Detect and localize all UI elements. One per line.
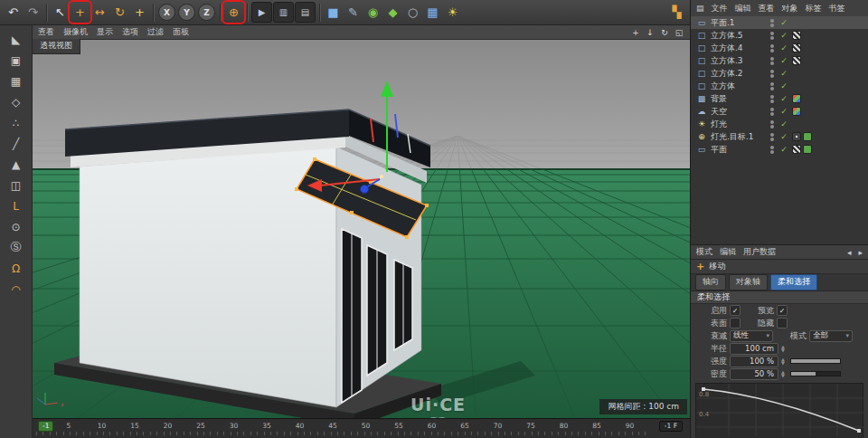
surface-checkbox[interactable] (730, 318, 741, 328)
radius-input[interactable]: 100 cm (730, 343, 778, 355)
object-row[interactable]: ☀灯光✓ (691, 118, 868, 130)
coordinate-system-icon[interactable]: ⊕ (224, 3, 243, 22)
scale-tool-icon[interactable]: ↔ (90, 3, 109, 22)
enabled-check-icon[interactable]: ✓ (779, 81, 788, 90)
workplane-icon[interactable]: L (5, 196, 27, 215)
light-icon[interactable]: ☀ (443, 3, 462, 22)
density-slider[interactable] (790, 371, 841, 376)
object-row[interactable]: □立方体✓ (691, 80, 868, 92)
subdivision-surface-icon[interactable]: ◉ (363, 3, 382, 22)
density-spinner[interactable]: ▲▼ (781, 370, 785, 377)
radius-spinner[interactable]: ▲▼ (781, 345, 785, 352)
am-menu-0[interactable]: 模式 (696, 246, 712, 258)
target-tag-icon[interactable] (792, 132, 801, 141)
enabled-check-icon[interactable]: ✓ (779, 94, 788, 103)
visibility-dots[interactable] (769, 44, 776, 52)
enabled-check-icon[interactable]: ✓ (779, 18, 788, 27)
render-view-icon[interactable]: ▶ (251, 2, 272, 23)
spline-pen-icon[interactable]: ✎ (344, 3, 363, 22)
om-menu-3[interactable]: 对象 (782, 3, 798, 14)
timeline-ruler[interactable]: -151015202530354045505560657075808590-1 … (33, 418, 690, 438)
visibility-dots[interactable] (769, 19, 776, 27)
render-visibility-dot[interactable] (770, 87, 774, 90)
am-menu-2[interactable]: 用户数据 (743, 246, 776, 258)
viewport[interactable]: 查看摄像机显示选项过滤面板 +↓↻◱ 透视视图 (33, 25, 690, 418)
view-pan-icon[interactable]: + (630, 28, 641, 37)
magnet-tool-icon[interactable]: Ω (5, 259, 27, 278)
editor-visibility-dot[interactable] (770, 108, 774, 111)
viewport-menu-2[interactable]: 显示 (97, 26, 113, 38)
render-picture-viewer-icon[interactable]: ▥ (273, 2, 294, 23)
model-mode-icon[interactable]: ▣ (5, 51, 27, 70)
checker-tag-icon[interactable] (792, 56, 801, 65)
polygons-mode-icon[interactable]: ▲ (5, 155, 27, 174)
visibility-dots[interactable] (769, 32, 776, 40)
current-frame-field[interactable]: -1 F (659, 421, 683, 432)
enabled-check-icon[interactable]: ✓ (779, 31, 788, 40)
object-row[interactable]: ⊕灯光.目标.1✓ (691, 130, 868, 143)
snapping-icon[interactable]: ⊙ (5, 217, 27, 236)
om-menu-1[interactable]: 编辑 (735, 3, 751, 14)
green-tag-icon[interactable] (803, 145, 812, 154)
object-row[interactable]: □立方体.4✓ (691, 42, 868, 54)
falloff-curve-graph[interactable]: 0.8 0.4 (695, 383, 863, 438)
visibility-dots[interactable] (769, 57, 776, 65)
render-visibility-dot[interactable] (770, 112, 774, 116)
attribute-tab-1[interactable]: 对象轴 (729, 274, 768, 290)
strength-slider[interactable] (790, 358, 841, 364)
editor-visibility-dot[interactable] (770, 82, 774, 86)
view-rotate-icon[interactable]: ↻ (659, 28, 670, 37)
object-row[interactable]: □立方体.3✓ (691, 54, 868, 67)
viewport-menu-3[interactable]: 选项 (122, 26, 138, 38)
am-menu-1[interactable]: 编辑 (720, 246, 736, 258)
simulate-icon[interactable]: ○ (403, 3, 422, 22)
preview-checkbox[interactable]: ✓ (777, 305, 788, 316)
visibility-dots[interactable] (769, 82, 776, 90)
viewport-canvas[interactable]: x (33, 39, 690, 418)
view-zoom-icon[interactable]: ↓ (645, 28, 656, 37)
object-row[interactable]: ☁天空✓ (691, 105, 868, 118)
om-menu-2[interactable]: 查看 (759, 3, 775, 14)
object-row[interactable]: ▩背景✓ (691, 92, 868, 105)
editor-visibility-dot[interactable] (770, 57, 774, 61)
panel-icon[interactable]: ▤ (696, 4, 704, 13)
checker-tag-icon[interactable] (792, 43, 801, 52)
hide-checkbox[interactable] (777, 318, 788, 328)
last-used-tool-icon[interactable]: + (130, 3, 149, 22)
render-settings-icon[interactable]: ▤ (295, 2, 316, 23)
render-visibility-dot[interactable] (770, 49, 774, 52)
visibility-dots[interactable] (769, 133, 776, 141)
visibility-dots[interactable] (769, 146, 776, 154)
enabled-check-icon[interactable]: ✓ (779, 43, 788, 52)
layout-toggle-icon[interactable]: ▚ (667, 3, 686, 22)
render-visibility-dot[interactable] (770, 150, 774, 154)
viewport-menu-1[interactable]: 摄像机 (63, 26, 88, 38)
viewport-menu-4[interactable]: 过滤 (147, 26, 164, 38)
undo-icon[interactable]: ↶ (4, 3, 23, 22)
enabled-check-icon[interactable]: ✓ (779, 145, 788, 154)
mograph-icon[interactable]: ◆ (383, 3, 402, 22)
render-visibility-dot[interactable] (770, 100, 774, 103)
visibility-dots[interactable] (769, 95, 776, 103)
om-menu-4[interactable]: 标签 (806, 3, 822, 14)
render-visibility-dot[interactable] (770, 24, 774, 27)
viewport-menu-5[interactable]: 面板 (173, 26, 189, 38)
edges-mode-icon[interactable]: ╱ (5, 134, 27, 153)
y-axis-lock-icon[interactable]: Y (178, 4, 195, 21)
object-row[interactable]: □立方体.2✓ (691, 67, 868, 80)
view-label[interactable]: 透视视图 (33, 39, 80, 54)
rotate-tool-icon[interactable]: ↻ (110, 3, 129, 22)
texture-mode-icon[interactable]: ▦ (5, 71, 27, 90)
make-editable-icon[interactable]: ◣ (5, 30, 27, 49)
enabled-check-icon[interactable]: ✓ (779, 69, 788, 78)
editor-visibility-dot[interactable] (770, 32, 774, 35)
render-visibility-dot[interactable] (770, 138, 774, 141)
paint-tag-icon[interactable] (792, 107, 801, 116)
cube-primitive-icon[interactable]: ■ (324, 3, 343, 22)
redo-icon[interactable]: ↷ (24, 3, 42, 22)
object-row[interactable]: ▭平面.1✓ (691, 16, 868, 29)
x-axis-lock-icon[interactable]: X (158, 4, 175, 21)
density-input[interactable]: 50 % (730, 368, 778, 380)
enabled-check-icon[interactable]: ✓ (779, 107, 788, 116)
checker-tag-icon[interactable] (792, 31, 801, 40)
